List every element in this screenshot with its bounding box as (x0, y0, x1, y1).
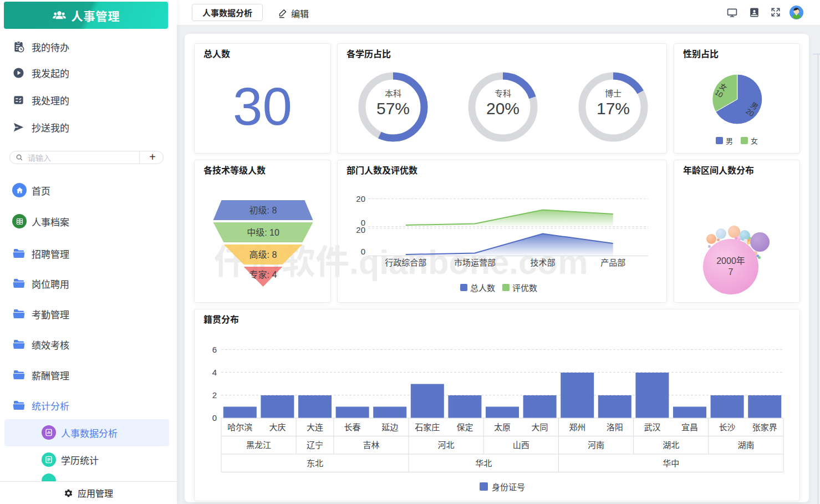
svg-text:东北: 东北 (307, 459, 323, 468)
svg-text:长春: 长春 (344, 422, 361, 432)
svg-text:高级: 8: 高级: 8 (249, 250, 277, 259)
svg-text:20: 20 (356, 225, 365, 235)
svg-text:山西: 山西 (513, 440, 529, 450)
svg-text:专科: 专科 (495, 89, 511, 98)
svg-text:行政综合部: 行政综合部 (385, 258, 426, 267)
svg-text:吉林: 吉林 (363, 440, 379, 450)
svg-text:黑龙江: 黑龙江 (246, 440, 271, 450)
svg-text:大同: 大同 (532, 422, 548, 432)
svg-text:57%: 57% (376, 99, 410, 118)
svg-text:湖北: 湖北 (663, 440, 679, 450)
svg-text:辽宁: 辽宁 (307, 440, 323, 450)
svg-text:中级: 10: 中级: 10 (247, 228, 279, 237)
svg-text:长沙: 长沙 (719, 422, 736, 432)
svg-text:20%: 20% (486, 99, 519, 118)
svg-text:保定: 保定 (456, 422, 473, 432)
svg-text:博士: 博士 (605, 89, 622, 98)
svg-text:河南: 河南 (588, 440, 604, 450)
svg-text:石家庄: 石家庄 (415, 422, 440, 432)
svg-text:17%: 17% (597, 99, 630, 118)
svg-text:2: 2 (212, 390, 217, 400)
svg-text:市场运营部: 市场运营部 (454, 258, 496, 267)
svg-text:技术部: 技术部 (530, 258, 555, 267)
svg-text:洛阳: 洛阳 (607, 422, 623, 432)
svg-text:太原: 太原 (494, 422, 511, 432)
svg-text:6: 6 (212, 345, 217, 354)
svg-text:郑州: 郑州 (569, 422, 585, 432)
svg-text:武汉: 武汉 (644, 422, 660, 432)
svg-text:0: 0 (212, 413, 217, 422)
svg-text:大连: 大连 (307, 422, 323, 432)
svg-text:延边: 延边 (381, 422, 398, 432)
svg-text:哈尔滨: 哈尔滨 (227, 422, 252, 432)
svg-text:大庆: 大庆 (269, 422, 286, 432)
svg-text:湖南: 湖南 (737, 440, 754, 450)
svg-text:20: 20 (356, 194, 365, 203)
svg-text:初级: 8: 初级: 8 (249, 206, 277, 215)
svg-text:4: 4 (212, 368, 217, 377)
svg-text:华北: 华北 (475, 459, 492, 468)
svg-text:本科: 本科 (385, 89, 401, 98)
svg-text:0: 0 (361, 247, 365, 256)
svg-text:宜昌: 宜昌 (681, 422, 698, 432)
svg-text:河北: 河北 (438, 440, 455, 450)
svg-text:专家: 4: 专家: 4 (249, 270, 277, 279)
svg-text:张家界: 张家界 (752, 422, 777, 432)
svg-text:产品部: 产品部 (600, 258, 625, 267)
svg-text:华中: 华中 (663, 459, 679, 468)
